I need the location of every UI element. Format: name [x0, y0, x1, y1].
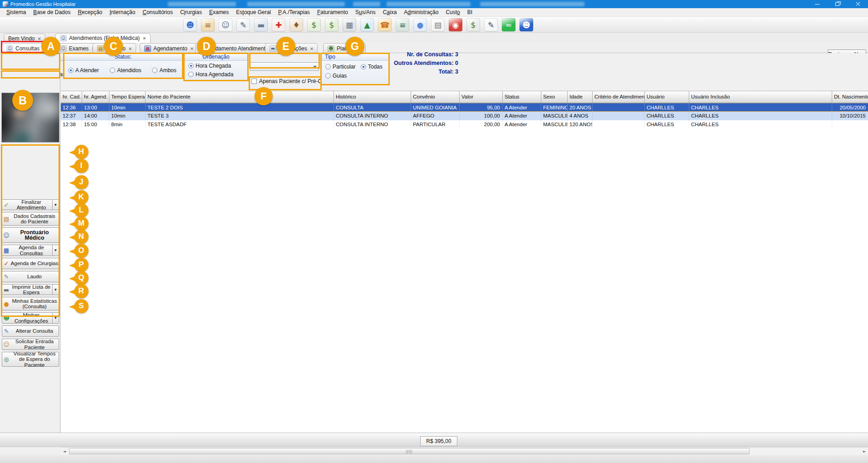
menu-internacao[interactable]: Internação — [106, 8, 139, 16]
dropdown-arrow-icon[interactable]: ▼ — [52, 245, 59, 256]
sidebar-button-prontuario-medico[interactable]: ☺Prontuário Médico — [2, 227, 59, 243]
revenue-up-icon[interactable]: $ — [307, 18, 321, 31]
menu-consultorios[interactable]: Consultórios — [139, 8, 177, 16]
horizontal-scrollbar[interactable]: ◄ ► — [61, 447, 868, 454]
tab-atendimentos-ficha-medica[interactable]: ☺Atendimentos (Ficha Médica)× — [55, 33, 151, 43]
table-row[interactable]: 12:3714:0010minTESTE 3CONSULTA INTERNOAF… — [61, 112, 868, 120]
restore-window-icon[interactable] — [827, 0, 848, 8]
safe-icon[interactable]: ▦ — [343, 18, 356, 31]
sidebar-button-agenda-de-cirurgias[interactable]: ✓Agenda de Cirurgias — [2, 258, 59, 269]
status-radio-atendidos[interactable]: Atendidos — [110, 67, 141, 74]
finance-chart-icon[interactable]: ▲ — [360, 18, 374, 31]
tab-consultas[interactable]: ☺Consultas — [2, 43, 44, 53]
menu-administracao[interactable]: Administração — [400, 8, 442, 16]
tab-bem-vindo[interactable]: Bem Vindo× — [4, 34, 45, 43]
report-grid-icon[interactable]: ▤ — [431, 18, 445, 31]
menu-recepcao[interactable]: Recepção — [74, 8, 106, 16]
menu-bi[interactable]: BI — [464, 8, 476, 16]
close-icon[interactable]: × — [129, 46, 132, 51]
close-icon[interactable]: × — [310, 46, 313, 51]
table-row[interactable]: 12:3815:008minTESTE ASDADFCONSULTA INTER… — [61, 120, 868, 129]
status-radio-ambos[interactable]: Ambos — [152, 67, 176, 74]
radio-icon[interactable] — [152, 68, 157, 73]
type-radio-guias[interactable]: Guias — [325, 73, 347, 79]
radio-icon[interactable] — [188, 72, 194, 77]
menu-exames[interactable]: Exames — [206, 8, 232, 16]
close-icon[interactable]: × — [38, 36, 40, 41]
column-header-usuario[interactable]: Usuário — [645, 91, 689, 103]
column-header-status[interactable]: Status — [503, 91, 541, 103]
column-header-historico[interactable]: Histórico — [334, 91, 411, 103]
column-header-criterio-de-atendimento[interactable]: Critério de Atendimento — [593, 91, 645, 103]
column-header-hr-agend[interactable]: hr. Agend. — [82, 91, 109, 103]
close-icon[interactable]: × — [143, 35, 146, 41]
sidebar-button-agenda-de-consultas[interactable]: ▦Agenda de Consultas▼ — [2, 245, 59, 256]
close-window-icon[interactable] — [848, 0, 868, 8]
ambulance-icon[interactable]: ✚ — [272, 18, 285, 31]
ledger-book-icon[interactable]: ≡ — [396, 18, 409, 31]
medical-form-icon[interactable]: ✎ — [236, 18, 250, 31]
menu-caixa[interactable]: Caixa — [379, 8, 401, 16]
ordering-radio-hora-chegada[interactable]: Hora Chegada — [188, 63, 233, 69]
menu-sistema[interactable]: Sistema — [3, 8, 29, 16]
menu-cirurgias[interactable]: Cirurgias — [177, 8, 206, 16]
minimize-icon[interactable] — [807, 0, 827, 8]
dropdown-arrow-icon[interactable]: ▼ — [52, 313, 59, 323]
column-header-usuario-inclusao[interactable]: Usuário Inclusão — [689, 91, 832, 103]
close-icon[interactable]: × — [191, 46, 193, 51]
menu-custo[interactable]: Custo — [442, 8, 463, 16]
scrollbar-thumb[interactable] — [69, 448, 750, 454]
units-dropdown[interactable] — [250, 62, 319, 71]
column-header-dt-nascimento[interactable]: Dt. Nascimento — [832, 91, 868, 103]
column-header-convenio[interactable]: Convênio — [411, 91, 460, 103]
menu-base-de-dados[interactable]: Base de Dados — [29, 8, 74, 16]
radio-icon[interactable] — [110, 68, 115, 73]
status-radio-a-atender[interactable]: A Atender — [68, 67, 99, 74]
column-header-idade[interactable]: Idade — [568, 91, 593, 103]
hospital-bed-icon[interactable]: ▬ — [254, 18, 268, 31]
scroll-left-icon[interactable]: ◄ — [61, 448, 68, 454]
column-header-tempo-espera[interactable]: Tempo Espera — [109, 91, 146, 103]
tab-agendamento[interactable]: ▦Agendamento× — [140, 43, 198, 53]
ordering-radio-hora-agendada[interactable]: Hora Agendada — [188, 71, 233, 78]
sidebar-button-finalizar-atendimento[interactable]: ✓Finalizar Atendimento▼ — [2, 199, 59, 210]
sidebar-button-minhas-configuracoes[interactable]: ☻Minhas Configurações▼ — [2, 312, 59, 324]
sidebar-button-solicitar-entrada-paciente[interactable]: ☺Solicitar Entrada Paciente — [2, 339, 59, 350]
sign-document-icon[interactable]: ✎ — [484, 18, 498, 31]
dropdown-arrow-icon[interactable]: ▼ — [52, 200, 59, 210]
sidebar-button-dados-cadastrais-do-paciente[interactable]: ▤Dados Cadastrais do Paciente — [2, 212, 59, 226]
chat-sphere-icon[interactable]: ● — [413, 18, 427, 31]
column-header-hr-cad[interactable]: hr. Cad. — [61, 91, 82, 103]
sidebar-button-minhas-estatisticas-consulta[interactable]: ●Minhas Estatísticas (Consulta) — [2, 297, 59, 310]
video-ecg-icon[interactable]: ≈ — [502, 18, 515, 31]
patient-records-icon[interactable]: ≡ — [201, 18, 215, 31]
table-row[interactable]: 12:3613:0010minTESTE 2 DOISCONSULTAUNIME… — [61, 103, 868, 112]
supplies-icon[interactable]: ♦ — [289, 18, 303, 31]
chevron-down-icon[interactable] — [313, 66, 317, 68]
column-header-nome-do-paciente[interactable]: Nome do Paciente — [146, 91, 334, 103]
phone-directory-icon[interactable]: ☎ — [378, 18, 392, 31]
checkbox-icon[interactable] — [251, 79, 257, 84]
e-billing-icon[interactable]: $ — [466, 18, 480, 31]
video-patient-icon[interactable]: ☻ — [520, 18, 533, 31]
power-off-icon[interactable]: ◉ — [449, 18, 462, 31]
menu-estoque-geral[interactable]: Estoque Geral — [232, 8, 275, 16]
radio-icon[interactable] — [68, 68, 74, 73]
radio-icon[interactable] — [325, 73, 331, 79]
money-stack-icon[interactable]: $ — [325, 18, 338, 31]
doctor-icon[interactable]: ☺ — [219, 18, 232, 31]
radio-icon[interactable] — [188, 63, 194, 69]
sidebar-button-imprimir-lista-de-espera[interactable]: ▬Imprimir Lista de Espera▼ — [2, 284, 59, 295]
add-patient-icon[interactable]: ☻ — [183, 18, 197, 31]
column-header-valor[interactable]: Valor — [460, 91, 503, 103]
scroll-right-icon[interactable]: ► — [861, 448, 868, 454]
sidebar-button-laudo[interactable]: ✎Laudo — [2, 271, 59, 282]
dropdown-arrow-icon[interactable]: ▼ — [52, 285, 59, 295]
sidebar-button-visualizar-tempos-de-espera-do-paciente[interactable]: ◎Visualizar Tempos de Espera do Paciente — [2, 352, 59, 367]
menu-p-a-terapias[interactable]: P.A./Terapias — [275, 8, 314, 16]
radio-icon[interactable] — [325, 64, 331, 69]
menu-sus-ans[interactable]: Sus/Ans — [352, 8, 379, 16]
menu-faturamento[interactable]: Faturamento — [314, 8, 352, 16]
column-header-sexo[interactable]: Sexo — [541, 91, 568, 103]
sidebar-button-alterar-consulta[interactable]: ✎Alterar Consulta — [2, 325, 59, 337]
